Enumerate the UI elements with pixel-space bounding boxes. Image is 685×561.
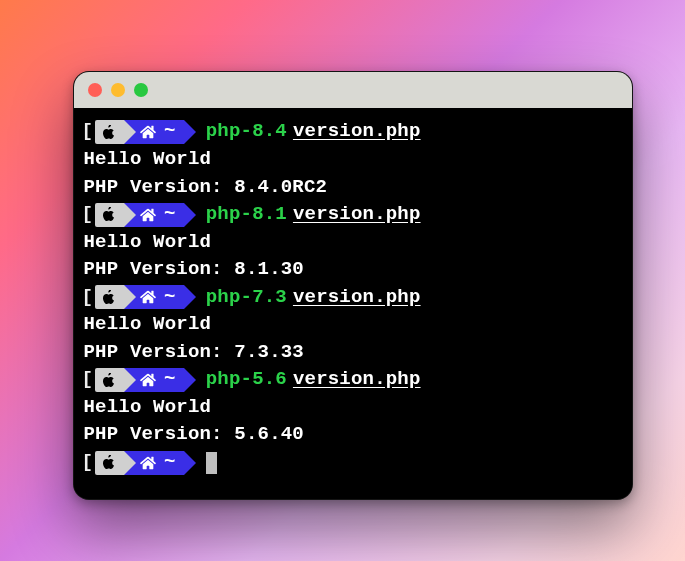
cursor [206,452,217,474]
apple-icon [101,373,116,388]
apple-icon [101,207,116,222]
prompt-line: [~php-8.1 version.php [82,201,624,229]
command-arg: version.php [293,201,421,229]
output-line: PHP Version: 8.4.0RC2 [82,174,624,202]
command-text: php-7.3 [206,284,287,312]
dir-tilde: ~ [164,449,176,477]
segment-arrow-icon [124,368,136,392]
output-line: Hello World [82,229,624,257]
segment-arrow-icon [184,120,196,144]
prompt-line: [~php-7.3 version.php [82,284,624,312]
home-icon [140,372,156,388]
output-line: PHP Version: 8.1.30 [82,256,624,284]
command-arg: version.php [293,284,421,312]
segment-arrow-icon [184,451,196,475]
prompt-line: [~php-8.4 version.php [82,118,624,146]
segment-arrow-icon [124,285,136,309]
dir-tilde: ~ [164,284,176,312]
output-line: Hello World [82,146,624,174]
prompt-open-bracket: [ [82,201,94,229]
command-text: php-5.6 [206,366,287,394]
command-arg: version.php [293,118,421,146]
terminal-window: [~php-8.4 version.phpHello WorldPHP Vers… [73,71,633,499]
prompt-open-bracket: [ [82,284,94,312]
prompt-line: [~php-5.6 version.php [82,366,624,394]
segment-arrow-icon [124,203,136,227]
prompt-open-bracket: [ [82,118,94,146]
output-line: Hello World [82,394,624,422]
home-icon [140,124,156,140]
prompt-open-bracket: [ [82,449,94,477]
prompt-open-bracket: [ [82,366,94,394]
segment-arrow-icon [184,285,196,309]
apple-icon [101,125,116,140]
segment-arrow-icon [124,451,136,475]
dir-tilde: ~ [164,201,176,229]
home-icon [140,207,156,223]
os-segment [95,368,124,392]
apple-icon [101,290,116,305]
output-line: PHP Version: 5.6.40 [82,421,624,449]
terminal-body[interactable]: [~php-8.4 version.phpHello WorldPHP Vers… [74,108,632,498]
os-segment [95,203,124,227]
window-close-button[interactable] [88,83,102,97]
home-icon [140,289,156,305]
output-line: PHP Version: 7.3.33 [82,339,624,367]
apple-icon [101,455,116,470]
dir-tilde: ~ [164,118,176,146]
os-segment [95,451,124,475]
home-icon [140,455,156,471]
os-segment [95,285,124,309]
os-segment [95,120,124,144]
segment-arrow-icon [184,368,196,392]
window-titlebar[interactable] [74,72,632,108]
command-text: php-8.1 [206,201,287,229]
segment-arrow-icon [184,203,196,227]
command-arg: version.php [293,366,421,394]
prompt-line: [~ [82,449,624,477]
window-maximize-button[interactable] [134,83,148,97]
command-text: php-8.4 [206,118,287,146]
window-minimize-button[interactable] [111,83,125,97]
dir-tilde: ~ [164,366,176,394]
segment-arrow-icon [124,120,136,144]
output-line: Hello World [82,311,624,339]
